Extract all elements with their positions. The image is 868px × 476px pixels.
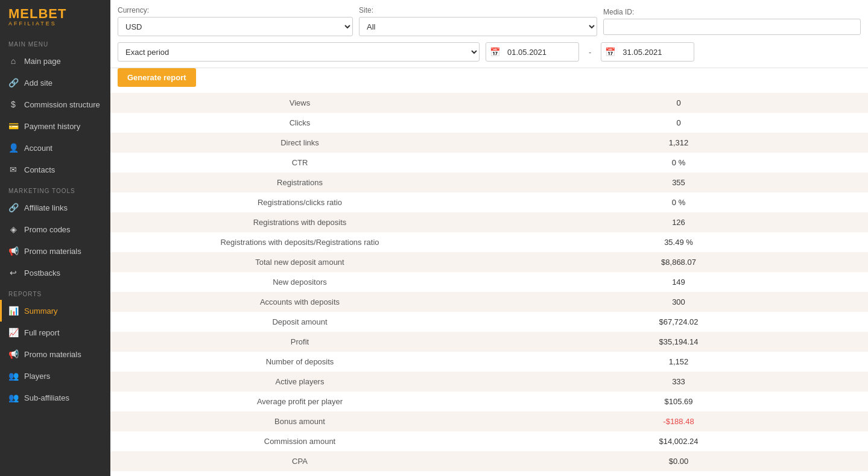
- players-icon: 👥: [8, 371, 18, 381]
- home-icon: ⌂: [8, 56, 18, 66]
- sidebar-item-label: Contacts: [24, 165, 55, 174]
- affiliate-icon: 🔗: [8, 203, 18, 212]
- row-value: -$188.48: [489, 411, 868, 431]
- reports-label: REPORTS: [0, 284, 110, 300]
- sidebar-item-promo-materials-report[interactable]: 📢 Promo materials: [0, 343, 110, 365]
- site-label: Site:: [359, 6, 597, 14]
- sidebar-item-sub-affiliates[interactable]: 👥 Sub-affiliates: [0, 387, 110, 408]
- sidebar-item-players[interactable]: 👥 Players: [0, 365, 110, 387]
- row-label: Accounts with deposits: [110, 292, 489, 312]
- sidebar: MELBET AFFILIATES MAIN MENU ⌂ Main page …: [0, 0, 110, 476]
- sidebar-item-contacts[interactable]: ✉ Contacts: [0, 159, 110, 180]
- row-value: $67,724.02: [489, 312, 868, 332]
- calendar-to-icon[interactable]: 📅: [605, 47, 615, 57]
- report-table: Views0Clicks0Direct links1,312CTR0 %Regi…: [110, 93, 868, 476]
- generate-report-button[interactable]: Generate report: [118, 68, 196, 87]
- table-row: Bonus amount-$188.48: [110, 411, 868, 431]
- table-row: Deposit amount$67,724.02: [110, 312, 868, 332]
- sidebar-item-label: Postbacks: [24, 268, 60, 278]
- promo-icon: 📢: [8, 246, 18, 256]
- main-menu-label: MAIN MENU: [0, 34, 110, 50]
- sidebar-item-label: Add site: [24, 78, 52, 87]
- row-label: Clicks: [110, 113, 489, 133]
- row-label: Registrations/clicks ratio: [110, 192, 489, 212]
- period-select[interactable]: Exact period Last 7 days Last 30 days Th…: [118, 42, 480, 62]
- row-value: 1,152: [489, 352, 868, 372]
- table-row: Accounts with deposits300: [110, 292, 868, 312]
- row-value: 333: [489, 372, 868, 392]
- row-value: 1,312: [489, 133, 868, 153]
- table-row: Registrations355: [110, 173, 868, 192]
- row-value: $14,002.24: [489, 431, 868, 451]
- row-value: 300: [489, 292, 868, 312]
- row-value: $8,868.07: [489, 252, 868, 272]
- sidebar-item-commission-structure[interactable]: $ Commission structure: [0, 94, 110, 115]
- sidebar-item-label: Payment history: [24, 122, 80, 131]
- table-row: Clicks0: [110, 113, 868, 133]
- summary-icon: 📊: [8, 306, 18, 316]
- row-label: Number of deposits: [110, 352, 489, 372]
- sidebar-item-payment-history[interactable]: 💳 Payment history: [0, 115, 110, 137]
- row-label: Referral commission: [110, 471, 489, 476]
- sidebar-item-promo-codes[interactable]: ◈ Promo codes: [0, 218, 110, 240]
- row-label: Registrations with deposits: [110, 212, 489, 232]
- row-value: 149: [489, 272, 868, 292]
- sidebar-item-add-site[interactable]: 🔗 Add site: [0, 72, 110, 94]
- calendar-from-icon[interactable]: 📅: [490, 47, 500, 57]
- sidebar-item-affiliate-links[interactable]: 🔗 Affiliate links: [0, 197, 110, 218]
- row-label: Average profit per player: [110, 392, 489, 411]
- row-label: Profit: [110, 332, 489, 352]
- sidebar-item-label: Players: [24, 372, 50, 381]
- currency-select[interactable]: USD EUR GBP: [118, 17, 353, 36]
- sidebar-item-promo-materials[interactable]: 📢 Promo materials: [0, 240, 110, 262]
- logo-brand: MELBET: [8, 7, 66, 21]
- table-row: Registrations/clicks ratio0 %: [110, 192, 868, 212]
- filter-bar: Currency: USD EUR GBP Site: All Media ID…: [110, 0, 868, 68]
- currency-label: Currency:: [118, 6, 353, 14]
- sidebar-item-label: Commission structure: [24, 100, 100, 109]
- row-label: Registrations: [110, 173, 489, 192]
- promo-codes-icon: ◈: [8, 224, 18, 234]
- row-label: CPA: [110, 451, 489, 471]
- table-row: Direct links1,312: [110, 133, 868, 153]
- table-row: Profit$35,194.14: [110, 332, 868, 352]
- table-row: Commission amount$14,002.24: [110, 431, 868, 451]
- row-label: Deposit amount: [110, 312, 489, 332]
- postbacks-icon: ↩: [8, 268, 18, 278]
- sidebar-item-postbacks[interactable]: ↩ Postbacks: [0, 262, 110, 284]
- sidebar-item-account[interactable]: 👤 Account: [0, 137, 110, 159]
- row-label: CTR: [110, 153, 489, 173]
- table-row: Registrations with deposits126: [110, 212, 868, 232]
- site-select[interactable]: All: [359, 17, 597, 36]
- site-group: Site: All: [359, 6, 597, 36]
- filter-row-1: Currency: USD EUR GBP Site: All Media ID…: [118, 6, 861, 36]
- sidebar-item-label: Promo materials: [24, 350, 81, 359]
- sub-affiliates-icon: 👥: [8, 393, 18, 402]
- row-value: $0.00: [489, 471, 868, 476]
- sidebar-item-label: Promo materials: [24, 247, 81, 256]
- sidebar-item-main-page[interactable]: ⌂ Main page: [0, 50, 110, 72]
- row-label: New depositors: [110, 272, 489, 292]
- sidebar-item-full-report[interactable]: 📈 Full report: [0, 322, 110, 343]
- table-row: Active players333: [110, 372, 868, 392]
- row-value: 126: [489, 212, 868, 232]
- marketing-tools-label: MARKETING TOOLS: [0, 180, 110, 197]
- sidebar-item-label: Sub-affiliates: [24, 393, 69, 402]
- dollar-icon: $: [8, 100, 18, 109]
- sidebar-item-label: Account: [24, 144, 52, 153]
- media-id-input[interactable]: [603, 19, 861, 35]
- row-label: Total new deposit amount: [110, 252, 489, 272]
- row-value: 0: [489, 113, 868, 133]
- sidebar-item-label: Summary: [24, 306, 58, 316]
- sidebar-item-summary[interactable]: 📊 Summary: [0, 300, 110, 322]
- date-to-input[interactable]: [618, 43, 690, 61]
- date-separator: -: [589, 48, 591, 57]
- row-value: 35.49 %: [489, 232, 868, 252]
- table-row: CPA$0.00: [110, 451, 868, 471]
- row-value: $0.00: [489, 451, 868, 471]
- table-row: Referral commission$0.00: [110, 471, 868, 476]
- main-content: Currency: USD EUR GBP Site: All Media ID…: [110, 0, 868, 476]
- row-label: Active players: [110, 372, 489, 392]
- link-icon: 🔗: [8, 78, 18, 87]
- date-from-input[interactable]: [502, 43, 575, 61]
